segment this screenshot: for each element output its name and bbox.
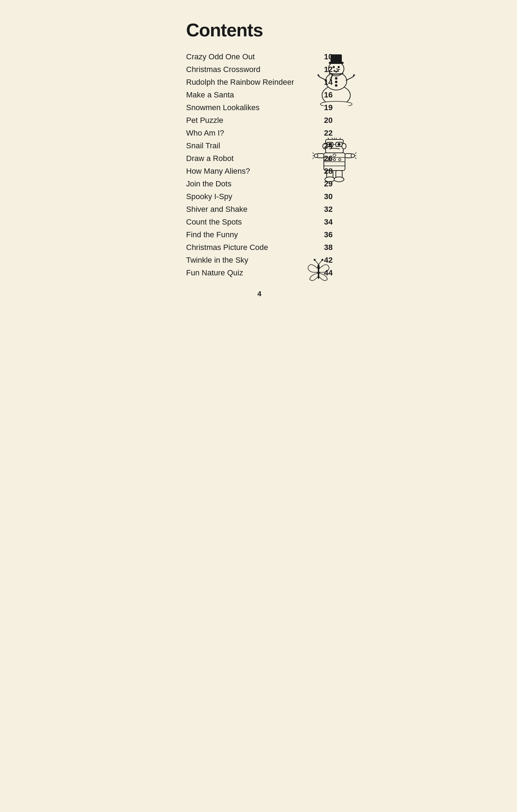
item-title: Shiver and Shake <box>186 205 248 214</box>
item-page-number: 28 <box>320 167 333 176</box>
item-title: Count the Spots <box>186 217 242 227</box>
list-item: Who Am I?22 <box>186 127 333 139</box>
list-item: Fun Nature Quiz44 <box>186 267 333 279</box>
item-title: Join the Dots <box>186 179 231 189</box>
svg-point-43 <box>333 159 335 161</box>
item-page-number: 14 <box>320 78 333 87</box>
item-page-number: 26 <box>320 154 333 163</box>
contents-page: Contents <box>161 0 356 317</box>
list-item: Twinkle in the Sky42 <box>186 254 333 267</box>
svg-line-20 <box>346 77 353 80</box>
svg-point-36 <box>342 143 346 149</box>
item-page-number: 19 <box>320 103 333 112</box>
item-title: Fun Nature Quiz <box>186 268 243 277</box>
item-title: Make a Santa <box>186 90 234 100</box>
list-item: Count the Spots34 <box>186 216 333 228</box>
item-title: Who Am I? <box>186 129 224 138</box>
svg-point-5 <box>333 66 334 68</box>
item-title: How Many Aliens? <box>186 167 250 176</box>
item-page-number: 10 <box>320 52 333 61</box>
item-title: Christmas Crossword <box>186 65 260 74</box>
list-item: Christmas Picture Code38 <box>186 241 333 254</box>
svg-line-52 <box>355 153 356 154</box>
svg-point-51 <box>351 154 355 157</box>
list-item: Snail Trail24 <box>186 139 333 152</box>
list-item: Make a Santa16 <box>186 89 333 101</box>
item-title: Twinkle in the Sky <box>186 256 248 265</box>
svg-point-10 <box>338 71 339 72</box>
list-item: Crazy Odd One Out10 <box>186 50 333 63</box>
list-item: Shiver and Shake32 <box>186 203 333 216</box>
item-page-number: 44 <box>320 268 333 277</box>
item-title: Spooky I-Spy <box>186 192 232 201</box>
list-item: Draw a Robot26 <box>186 152 333 165</box>
page-number: 4 <box>186 290 333 298</box>
item-page-number: 32 <box>320 205 333 214</box>
list-item: Rudolph the Rainbow Reindeer14 <box>186 76 333 89</box>
item-title: Crazy Odd One Out <box>186 52 255 61</box>
list-item: Find the Funny36 <box>186 228 333 241</box>
page-title: Contents <box>186 19 333 41</box>
list-item: Snowmen Lookalikes19 <box>186 101 333 114</box>
svg-point-34 <box>338 143 340 145</box>
item-page-number: 29 <box>320 179 333 189</box>
item-title: Christmas Picture Code <box>186 243 268 252</box>
item-page-number: 12 <box>320 65 333 74</box>
item-page-number: 20 <box>320 116 333 125</box>
item-page-number: 42 <box>320 256 333 265</box>
list-item: Join the Dots29 <box>186 178 333 190</box>
item-page-number: 16 <box>320 90 333 100</box>
item-title: Pet Puzzle <box>186 116 223 125</box>
item-title: Snail Trail <box>186 141 220 150</box>
item-page-number: 22 <box>320 129 333 138</box>
item-title: Find the Funny <box>186 230 238 239</box>
svg-point-14 <box>335 78 337 79</box>
list-item: Pet Puzzle20 <box>186 114 333 127</box>
item-page-number: 36 <box>320 230 333 239</box>
svg-point-8 <box>334 71 335 72</box>
svg-line-54 <box>355 157 356 159</box>
item-page-number: 34 <box>320 217 333 227</box>
item-title: Snowmen Lookalikes <box>186 103 260 112</box>
svg-point-6 <box>338 66 339 68</box>
svg-point-44 <box>339 159 341 161</box>
item-page-number: 30 <box>320 192 333 201</box>
svg-point-41 <box>333 154 336 157</box>
list-item: Christmas Crossword12 <box>186 63 333 76</box>
item-title: Rudolph the Rainbow Reindeer <box>186 78 294 87</box>
list-item: Spooky I-Spy30 <box>186 190 333 203</box>
item-title: Draw a Robot <box>186 154 234 163</box>
item-page-number: 24 <box>320 141 333 150</box>
svg-point-16 <box>335 85 337 86</box>
svg-point-9 <box>336 71 337 72</box>
item-page-number: 38 <box>320 243 333 252</box>
svg-point-58 <box>334 177 344 182</box>
contents-list: Crazy Odd One Out10Christmas Crossword12… <box>186 50 333 279</box>
list-item: How Many Aliens?28 <box>186 165 333 178</box>
svg-point-15 <box>335 81 337 83</box>
